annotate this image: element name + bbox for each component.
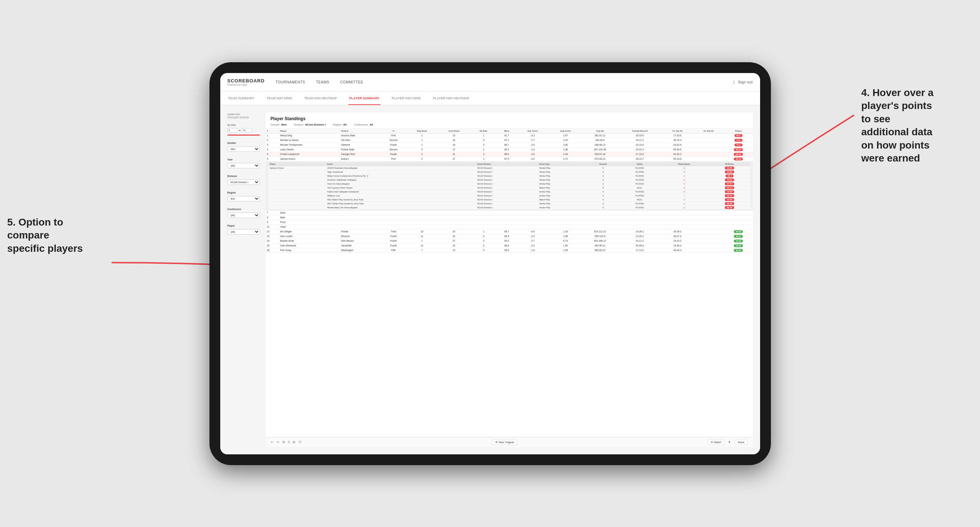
table-row: 21 Yanki [266,224,753,229]
table-row: 8 Mats [266,215,753,220]
year-select[interactable]: (All) [228,163,260,168]
col-adj-score: Adj. Score [517,129,549,133]
expanded-event-row: SEC Match Play hosted by Jerry Pate NCAA… [269,197,750,202]
conference-select[interactable]: (All) [228,213,260,218]
annotation-right: 4. Hover over a player's points to see a… [861,86,969,165]
tab-player-h2h-heatmap[interactable]: PLAYER H2H HEATMAP [432,92,470,105]
annotation-left: 5. Option to compare specific players [7,216,108,255]
col-vs25: Vs Top 25 [662,129,693,133]
filter-conference: Conference: All [354,123,373,126]
share-button[interactable]: Share [735,440,748,445]
col-conf-rank: Conf Rank [438,129,471,133]
table-row: 24 Bastien Amat New Mexico Fourth 1 27 2… [266,238,753,243]
col-vs50: Vs Top 50 [693,129,724,133]
divider-icon: | [733,80,735,84]
copy-button[interactable]: ⎘ [288,440,290,444]
expanded-event-row: Wake Forest Invitational at Pinehurst No… [269,174,750,178]
player-select[interactable]: (All) [228,229,260,235]
player-label: Player [228,224,260,227]
table-row: 6 Jackson Koivu Auburn First 2 27 1 87.5… [266,157,753,161]
eye-icon: 👁 [495,441,498,444]
tab-team-h2h-grid[interactable]: TEAM H2H GRID [266,92,293,105]
col-avg-sg: Avg SG [582,129,617,133]
tab-player-h2h-grid[interactable]: PLAYER H2H GRID [391,92,422,105]
nav-teams[interactable]: TEAMS [316,80,329,84]
logo-text: SCOREBOARD [228,78,265,83]
rds-label: No Rds. [228,124,260,126]
division-label: Division [228,175,260,177]
tablet-screen: SCOREBOARD Powered by clippi TOURNAMENTS… [220,73,760,454]
view-original-button[interactable]: 👁 View: Original [492,440,517,445]
expanded-event-row: Fallen Oak Collegiate Invitational NCAA … [269,190,750,194]
sidebar-conference-section: Conference (All) [228,206,260,220]
player-table: # Player School Yr Reg Rank Conf Rank No… [266,129,753,253]
expanded-event-row: SEC Stroke Play hosted by Jerry Pate NCA… [269,202,750,205]
tablet-device: SCOREBOARD Powered by clippi TOURNAMENTS… [210,62,771,465]
col-no-rds: No Rds. [470,129,497,133]
settings-button[interactable]: ⚙ [282,440,285,444]
table-row: 2 Michael La Sasso Ole Miss Second 1 18 … [266,138,753,143]
sub-navigation: TEAM SUMMARY TEAM H2H GRID TEAM H2H HEAT… [220,92,760,105]
col-reg-rank: Reg Rank [407,129,438,133]
nav-committee[interactable]: COMMITTEE [340,80,363,84]
filter-gender: Gender: Men [270,123,287,126]
sidebar-rds-section: No Rds. - [228,124,260,137]
rds-min-input[interactable] [228,128,237,132]
table-row: 3 Michael Thorbjornsen Stanford Fourth 1… [266,143,753,147]
sidebar-region-section: Region N/A [228,190,260,203]
download-button[interactable]: ⬇ [728,440,731,444]
table-row: 4 Luke Clanton Florida State Second 5 27… [266,147,753,152]
top-nav-right: | Sign out [733,80,752,84]
powered-by: Powered by clippi [228,83,265,86]
conference-label: Conference [228,208,260,210]
gender-select[interactable]: Men Women [228,146,260,152]
toolbar-right: 👁 Watch ⬇ Share [708,440,748,445]
toolbar-center: 👁 View: Original [492,440,517,445]
expanded-event-row: The Cypress Point Classic NCAA Division … [269,186,750,190]
table-row: 7 Nichi [266,210,753,215]
nav-links: TOURNAMENTS TEAMS COMMITTEE [275,80,733,84]
standings-filters: Gender: Men Division: NCAA Division I Re… [270,123,748,126]
tab-player-summary[interactable]: PLAYER SUMMARY [348,92,380,105]
sign-out-link[interactable]: Sign out [738,80,753,84]
standings-panel: Player Standings Gender: Men Division: N… [266,113,753,447]
col-yr: Yr [380,129,406,133]
sidebar: Update time: 27/01/2024 16:56:26 No Rds.… [228,113,260,447]
watch-icon: 👁 [711,441,713,444]
rds-slider-fill [228,135,260,136]
table-row: 9 Prest [266,220,753,224]
logo-area: SCOREBOARD Powered by clippi [228,78,265,86]
bottom-toolbar: ↩ ↪ ⚙ ⎘ ⊞ ⏱ 👁 View: Original [266,437,753,447]
toolbar-left: ↩ ↪ ⚙ ⎘ ⊞ ⏱ [270,440,302,444]
col-rank: # [266,129,279,133]
rds-max-input[interactable] [242,128,252,132]
expanded-event-row: Williams Cup NCAA Division I Stroke Play… [269,194,750,197]
filter-region: Region: All [333,123,347,126]
rds-slider[interactable] [228,135,260,136]
sidebar-year-section: Year (All) [228,157,260,170]
expanded-event-row: Mirabel Maui Jim Intercollegiate NCAA Di… [269,205,750,210]
top-navigation: SCOREBOARD Powered by clippi TOURNAMENTS… [220,73,760,92]
col-wins: Wins [497,129,517,133]
col-school: School [340,129,380,133]
tab-team-summary[interactable]: TEAM SUMMARY [228,92,255,105]
nav-tournaments[interactable]: TOURNAMENTS [275,80,305,84]
undo-button[interactable]: ↩ [270,440,274,444]
expanded-event-row: Amer An Intercollegiate NCAA Division I … [269,182,750,186]
division-select[interactable]: NCAA Division I [228,179,260,185]
sidebar-division-section: Division NCAA Division I [228,173,260,187]
grid-button[interactable]: ⊞ [293,440,296,444]
rds-range: - [228,127,260,133]
standings-header: Player Standings Gender: Men Division: N… [266,113,753,129]
table-row-highlighted: 5 Christo Lamprecht Georgia Tech Fourth … [266,152,753,157]
gender-label: Gender [228,142,260,144]
clock-button[interactable]: ⏱ [298,440,302,444]
tab-team-h2h-heatmap[interactable]: TEAM H2H HEATMAP [303,92,337,105]
region-select[interactable]: N/A [228,196,260,202]
page-background: 5. Option to compare specific players 4.… [0,0,980,527]
watch-button[interactable]: 👁 Watch [708,440,724,445]
expanded-event-row: Tiger Invitational NCAA Division I Strok… [269,170,750,174]
col-avg-to-par: Avg to-Par [549,129,582,133]
col-player: Player [278,129,340,133]
redo-button[interactable]: ↪ [277,440,279,444]
